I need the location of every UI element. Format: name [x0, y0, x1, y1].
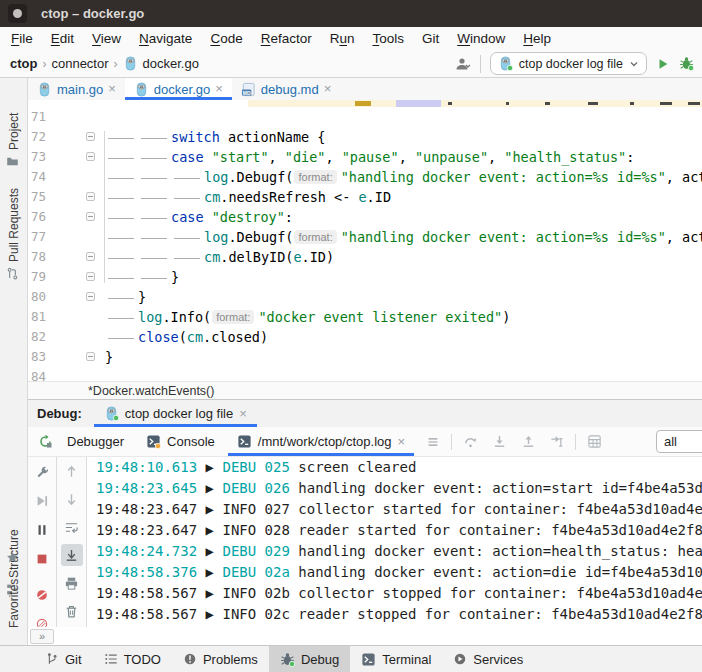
folder-icon[interactable]	[6, 155, 19, 168]
soft-wrap-icon[interactable]	[61, 516, 83, 538]
debug-tab-debugger[interactable]: Debugger	[56, 427, 135, 456]
run-configuration-combo[interactable]: ctop docker log file	[490, 52, 647, 75]
stop-icon[interactable]	[31, 548, 53, 570]
menu-item-git[interactable]: Git	[413, 29, 448, 48]
statusbar-item-debug[interactable]: Debug	[269, 646, 350, 672]
log-output-pane[interactable]: 19:48:10.613 ▶ DEBU 025 screen cleared19…	[87, 457, 702, 627]
code-line: 75cm.needsRefresh <- e.ID	[28, 187, 702, 207]
breadcrumb-item-ctop[interactable]: ctop	[10, 56, 37, 71]
statusbar-item-terminal[interactable]: Terminal	[350, 646, 442, 672]
code-editor[interactable]: 7172switch actionName {73case "start", "…	[28, 100, 702, 381]
menu-item-view[interactable]: View	[83, 29, 130, 48]
debug-tab--mnt-work-ctop-ctop-log[interactable]: /mnt/work/ctop/ctop.log×	[226, 427, 416, 456]
more-tool-windows-button[interactable]: »	[30, 629, 54, 644]
menu-item-help[interactable]: Help	[514, 29, 560, 48]
code-text: }	[105, 287, 146, 307]
fold-marker[interactable]	[86, 152, 95, 161]
log-level: INFO 02b	[222, 585, 289, 601]
token-pl: , actionName, e.ID)	[666, 169, 702, 185]
pause-icon[interactable]	[31, 519, 53, 541]
breadcrumb-item-docker-go[interactable]: docker.go	[143, 56, 199, 71]
run-to-cursor-icon[interactable]	[546, 431, 568, 453]
close-icon[interactable]: ×	[108, 84, 116, 94]
statusbar-item-problems[interactable]: Problems	[172, 646, 269, 672]
token-pl: <-	[326, 189, 359, 205]
menu-item-edit[interactable]: Edit	[42, 29, 83, 48]
fold-marker[interactable]	[86, 292, 95, 301]
token-pkg: e	[293, 249, 301, 265]
method-breadcrumb[interactable]: *Docker.watchEvents()	[88, 384, 214, 398]
token-fld: needsRefresh	[228, 189, 326, 205]
scroll-end-icon[interactable]	[61, 544, 83, 566]
run-button[interactable]	[656, 57, 670, 71]
line-number: 80	[28, 287, 72, 307]
debug-session-tab[interactable]: ctop docker log file ×	[94, 400, 257, 427]
token-str: "handling docker event: action=%s id=%s"	[341, 169, 666, 185]
code-line: 72switch actionName {	[28, 127, 702, 147]
trash-icon[interactable]	[61, 600, 83, 622]
stripe-label-favorites[interactable]: Favorites	[7, 579, 21, 628]
menu-item-navigate[interactable]: Navigate	[130, 29, 201, 48]
stripe-label-pull-requests[interactable]: Pull Requests	[7, 188, 21, 262]
log-timestamp: 19:48:58.567	[96, 585, 197, 601]
log-filter-combo[interactable]: all	[656, 430, 702, 453]
close-icon[interactable]: ×	[239, 409, 247, 419]
statusbar-item-git[interactable]: Git	[34, 646, 93, 672]
code-line: 78cm.delByID(e.ID)	[28, 247, 702, 267]
tab-whitespace	[138, 138, 171, 139]
log-message: collector stopped for container: f4be4a5…	[290, 585, 702, 601]
statusbar-item-services[interactable]: Services	[442, 646, 534, 672]
resume-icon[interactable]	[31, 490, 53, 512]
token-pl: ,	[399, 149, 415, 165]
rerun-icon[interactable]	[34, 434, 56, 449]
fold-marker[interactable]	[86, 132, 95, 141]
menu-item-run[interactable]: Run	[321, 29, 364, 48]
code-text: close(cm.closed)	[105, 327, 268, 347]
mute-bp-icon[interactable]	[31, 584, 53, 606]
menu-item-refactor[interactable]: Refactor	[252, 29, 321, 48]
editor-tab-docker-go[interactable]: docker.go×	[125, 78, 232, 100]
fold-marker[interactable]	[86, 212, 95, 221]
log-row: 19:48:23.645 ▶ DEBU 026 handling docker …	[87, 478, 702, 499]
menu-item-file[interactable]: File	[2, 29, 42, 48]
vcs-user-button[interactable]	[455, 56, 471, 72]
code-line: 82close(cm.closed)	[28, 327, 702, 347]
fold-marker[interactable]	[86, 352, 95, 361]
menu-item-code[interactable]: Code	[201, 29, 251, 48]
stripe-label-project[interactable]: Project	[7, 113, 21, 150]
code-line: 84	[28, 367, 702, 381]
close-icon[interactable]: ×	[215, 84, 223, 94]
fold-marker[interactable]	[86, 192, 95, 201]
arrow-up-icon[interactable]	[61, 460, 83, 482]
tab-whitespace	[138, 258, 171, 259]
menu-item-tools[interactable]: Tools	[363, 29, 413, 48]
close-icon[interactable]: ×	[397, 437, 405, 447]
breadcrumb: ctop›connector›docker.go	[10, 56, 199, 71]
debug-button[interactable]	[679, 56, 694, 71]
star-icon[interactable]	[6, 551, 19, 564]
debug-tab-console[interactable]: Console	[135, 427, 226, 456]
window-menu-button[interactable]	[8, 4, 27, 23]
wrench-icon[interactable]	[31, 461, 53, 483]
fold-marker[interactable]	[86, 252, 95, 261]
statusbar-item-todo[interactable]: TODO	[93, 646, 172, 672]
step-over-icon[interactable]	[459, 431, 481, 453]
editor-tab-main-go[interactable]: main.go×	[28, 78, 125, 100]
evaluate-icon[interactable]	[583, 431, 605, 453]
arrow-down-icon[interactable]	[61, 488, 83, 510]
printer-icon[interactable]	[61, 572, 83, 594]
breadcrumb-item-connector[interactable]: connector	[51, 56, 108, 71]
services-icon	[453, 652, 467, 666]
fold-marker[interactable]	[86, 272, 95, 281]
step-into-icon[interactable]	[488, 431, 510, 453]
editor-tab-debug-md[interactable]: MDdebug.md×	[232, 78, 340, 100]
log-timestamp: 19:48:10.613	[96, 459, 197, 475]
hamburger-icon[interactable]	[422, 431, 444, 453]
close-icon[interactable]: ×	[324, 84, 332, 94]
step-out-icon[interactable]	[517, 431, 539, 453]
tab-whitespace	[105, 218, 138, 219]
menu-item-window[interactable]: Window	[448, 29, 514, 48]
log-arrow: ▶	[197, 564, 222, 580]
toolbar-divider	[480, 55, 481, 73]
pr-icon[interactable]	[6, 267, 19, 280]
